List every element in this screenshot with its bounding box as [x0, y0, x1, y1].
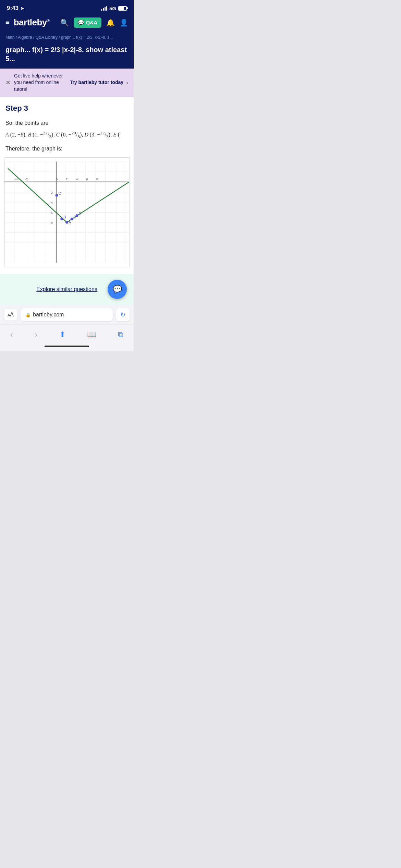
breadcrumb: Math / Algebra / Q&A Library / graph... …	[5, 35, 128, 40]
breadcrumb-text: Math / Algebra / Q&A Library / graph... …	[5, 35, 113, 40]
header-left: ≡ bartleby®	[5, 17, 49, 28]
svg-text:A: A	[69, 220, 71, 225]
promo-close-button[interactable]: ✕	[5, 79, 11, 86]
svg-text:-6: -6	[50, 211, 53, 215]
svg-text:-2: -2	[25, 177, 28, 181]
back-button[interactable]: ‹	[7, 328, 16, 341]
svg-text:-2: -2	[50, 191, 53, 194]
svg-point-21	[71, 218, 73, 220]
battery-icon	[118, 6, 127, 11]
svg-text:C: C	[58, 191, 61, 195]
font-size-button[interactable]: AA	[4, 309, 17, 321]
math-points: A (2, −8), B (1, −22/3), C (0, −20/8), D…	[5, 129, 128, 140]
chat-fab-icon: 💬	[113, 285, 122, 294]
status-right: 5G	[101, 5, 127, 11]
page-title: graph... f(x) = 2/3 |x-2|-8. show atleas…	[5, 45, 128, 63]
refresh-button[interactable]: ↻	[116, 308, 130, 321]
math-intro-text: So, the points are	[5, 118, 128, 128]
bookmarks-button[interactable]: 📖	[84, 329, 100, 340]
profile-button[interactable]: 👤	[120, 19, 128, 27]
svg-text:4: 4	[76, 177, 78, 181]
tabs-button[interactable]: ⧉	[114, 329, 127, 340]
status-bar: 9:43 ➤ 5G	[0, 0, 134, 14]
svg-text:E: E	[78, 212, 81, 216]
svg-text:B: B	[63, 215, 66, 219]
lock-icon: 🔒	[25, 312, 31, 317]
logo[interactable]: bartleby®	[14, 17, 50, 28]
menu-button[interactable]: ≡	[5, 19, 10, 26]
graph-svg: -4 -2 0 2 4 6 8 -2 -4 -6 -8 C B A	[4, 158, 129, 267]
svg-point-23	[76, 214, 78, 217]
url-bar[interactable]: 🔒 bartleby.com	[21, 308, 113, 321]
svg-text:2: 2	[66, 177, 68, 181]
step-title: Step 3	[5, 104, 128, 113]
font-size-large: A	[10, 312, 14, 317]
main-content: Step 3 So, the points are A (2, −8), B (…	[0, 97, 134, 274]
page-title-bar: graph... f(x) = 2/3 |x-2|-8. show atleas…	[0, 44, 134, 69]
network-type: 5G	[109, 5, 116, 11]
url-text: bartleby.com	[33, 312, 64, 318]
explore-similar-link[interactable]: Explore similar questions	[36, 286, 97, 292]
svg-point-19	[65, 221, 68, 224]
search-button[interactable]: 🔍	[60, 19, 69, 27]
svg-text:-4: -4	[50, 201, 53, 205]
logo-sup: ®	[47, 19, 50, 23]
promo-arrow-icon[interactable]: ›	[126, 79, 128, 86]
location-icon: ➤	[20, 6, 24, 11]
svg-text:0: 0	[56, 177, 58, 181]
home-indicator	[0, 343, 134, 351]
breadcrumb-bar: Math / Algebra / Q&A Library / graph... …	[0, 33, 134, 44]
graph-container: -4 -2 0 2 4 6 8 -2 -4 -6 -8 C B A	[4, 157, 130, 267]
chat-icon: 💬	[78, 20, 84, 26]
explore-section: Explore similar questions 💬	[0, 274, 134, 305]
chat-fab-button[interactable]: 💬	[108, 280, 127, 299]
svg-text:-8: -8	[50, 221, 53, 225]
status-time: 9:43 ➤	[7, 5, 24, 12]
signal-strength	[101, 6, 107, 11]
svg-point-17	[60, 218, 63, 220]
header: ≡ bartleby® 🔍 💬 Q&A 🔔 👤	[0, 14, 134, 33]
promo-main-text: Get live help whenever you need from onl…	[14, 73, 67, 93]
svg-point-15	[56, 194, 58, 197]
nav-bar: ‹ › ⬆ 📖 ⧉	[0, 325, 134, 343]
header-right: 🔍 💬 Q&A 🔔 👤	[60, 17, 128, 28]
qa-label: Q&A	[86, 20, 97, 25]
therefore-text: Therefore, the graph is:	[5, 146, 128, 152]
promo-banner: ✕ Get live help whenever you need from o…	[0, 69, 134, 97]
forward-button[interactable]: ›	[31, 328, 41, 341]
promo-cta-text[interactable]: Try bartleby tutor today	[70, 79, 123, 86]
home-bar	[45, 346, 89, 347]
svg-text:8: 8	[96, 177, 98, 181]
svg-text:6: 6	[86, 177, 88, 181]
notifications-button[interactable]: 🔔	[106, 19, 115, 27]
browser-bar: AA 🔒 bartleby.com ↻	[0, 305, 134, 325]
qa-button[interactable]: 💬 Q&A	[74, 17, 101, 28]
share-button[interactable]: ⬆	[56, 329, 69, 340]
time-display: 9:43	[7, 5, 19, 12]
